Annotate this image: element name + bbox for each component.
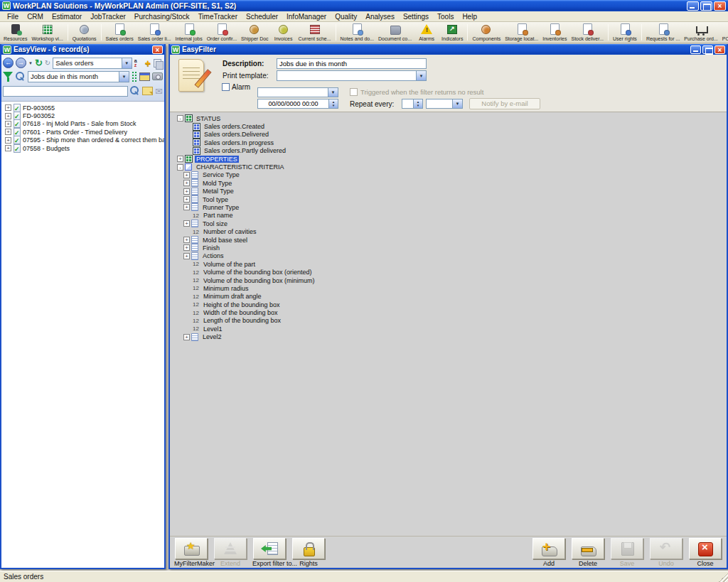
quick-search-icon[interactable]	[130, 86, 140, 96]
easyfilter-titlebar[interactable]: W EasyFilter ×	[170, 44, 727, 55]
criteria-row-volume-of-the-bounding-box-oriented[interactable]: 12Volume of the bounding box (oriented)	[176, 268, 727, 276]
spinner-icon[interactable]: ▲▼	[328, 99, 338, 108]
expand-plus-icon[interactable]: +	[177, 156, 183, 162]
quotations-button[interactable]: Quotations	[70, 23, 99, 42]
criteria-row-sales-orders-created[interactable]: Sales orders.Created	[176, 122, 727, 130]
expand-plus-icon[interactable]: +	[183, 204, 190, 210]
filter-combo[interactable]: Jobs due in this month ▼	[28, 71, 129, 82]
record-row-07618-inj-mold-parts[interactable]: +07618 - Inj Mold Parts - Sale from Stoc…	[1, 120, 164, 128]
purchase-ord-button[interactable]: Purchase ord...	[682, 23, 719, 42]
spinner-icon[interactable]: ▲▼	[413, 99, 422, 108]
criteria-row-width-of-the-bounding-box[interactable]: 12Width of the bounding box	[176, 308, 727, 316]
restore-icon[interactable]	[700, 1, 712, 11]
alarm-checkbox[interactable]	[222, 83, 230, 91]
user-rights-button[interactable]: User rights	[611, 23, 639, 42]
filter-funnel-icon[interactable]	[3, 71, 14, 82]
add-button[interactable]: Add	[532, 538, 566, 568]
expand-plus-icon[interactable]: +	[5, 121, 11, 127]
copy-icon[interactable]	[153, 58, 163, 68]
notes-and-do-button[interactable]: Notes and do...	[338, 23, 376, 42]
rights-button[interactable]: Rights	[291, 538, 326, 568]
criteria-row-volume-of-the-bounding-box-minimum[interactable]: 12Volume of the bounding box (minimum)	[176, 276, 727, 284]
expand-plus-icon[interactable]: +	[183, 334, 190, 340]
back-icon[interactable]: ←	[3, 58, 14, 68]
criteria-row-minimum-radius[interactable]: 12Minimum radius	[176, 284, 727, 292]
criteria-row-metal-type[interactable]: +Metal Type	[176, 188, 727, 195]
menu-quality[interactable]: Quality	[331, 11, 361, 21]
criteria-row-finish[interactable]: +Finish	[176, 244, 727, 252]
criteria-row-characteristic-criteria[interactable]: -CHARACTERISTIC CRITERIA	[176, 163, 727, 171]
record-row-fd-903055[interactable]: +FD-903055	[1, 104, 164, 112]
invoices-button[interactable]: Invoices	[271, 23, 296, 42]
myfiltermaker-button[interactable]: MyFilterMaker	[174, 538, 208, 568]
refresh-icon[interactable]: ↻	[35, 58, 43, 68]
export-filter-to-button[interactable]: Export filter to...	[252, 538, 287, 568]
record-row-fd-903052[interactable]: +FD-903052	[1, 112, 164, 119]
notes-icon[interactable]	[142, 87, 153, 95]
resources-button[interactable]: Resources	[1, 23, 29, 42]
menu-help[interactable]: Help	[458, 11, 481, 21]
alarm-schedule-select[interactable]: ▼	[257, 87, 338, 97]
expand-plus-icon[interactable]: +	[183, 244, 190, 251]
criteria-row-mold-base-steel[interactable]: +Mold base steel	[176, 236, 727, 244]
menu-timetracker[interactable]: TimeTracker	[194, 11, 242, 21]
inventories-button[interactable]: Inventories	[540, 23, 569, 42]
alarms-button[interactable]: Alarms	[414, 23, 439, 42]
rights-button-face[interactable]	[292, 538, 325, 559]
repeat-value-spinner[interactable]: ▲▼	[402, 99, 423, 109]
shipper-doc-button[interactable]: Shipper Doc	[239, 23, 271, 42]
expand-plus-icon[interactable]: +	[183, 188, 190, 195]
menu-infomanager[interactable]: InfoManager	[282, 11, 331, 21]
current-sche-button[interactable]: Current sche...	[296, 23, 333, 42]
workshop-vi-button[interactable]: Workshop vi...	[29, 23, 65, 42]
expand-plus-icon[interactable]: +	[5, 145, 11, 151]
sync-icon[interactable]: ↻	[45, 59, 50, 67]
criteria-row-length-of-the-bounding-box[interactable]: 12Length of the bounding box	[176, 317, 727, 325]
record-row-07558-budgets[interactable]: +07558 - Budgets	[1, 144, 164, 152]
delete-button[interactable]: Delete	[571, 538, 605, 568]
resize-grip[interactable]	[719, 573, 728, 582]
collapse-minus-icon[interactable]: -	[177, 115, 183, 122]
expand-plus-icon[interactable]: +	[183, 237, 190, 243]
components-button[interactable]: Components	[470, 23, 503, 42]
order-confir-button[interactable]: Order confir...	[205, 23, 239, 42]
add-button-face[interactable]	[532, 538, 565, 559]
menu-estimator[interactable]: Estimator	[48, 11, 86, 21]
sales-order-li-button[interactable]: Sales order li...	[136, 23, 173, 42]
criteria-row-tool-type[interactable]: +Tool type	[176, 195, 727, 203]
expand-plus-icon[interactable]: +	[183, 180, 190, 186]
menu-crm[interactable]: CRM	[23, 11, 48, 21]
menu-tools[interactable]: Tools	[433, 11, 458, 21]
indicators-button[interactable]: Indicators	[439, 23, 465, 42]
requests-for-button[interactable]: Requests for ...	[644, 23, 682, 42]
internal-jobs-button[interactable]: Internal jobs	[173, 23, 205, 42]
search-icon[interactable]	[16, 72, 26, 82]
stock-deliver-button[interactable]: Stock deliver...	[569, 23, 606, 42]
expand-plus-icon[interactable]: +	[5, 104, 11, 111]
criteria-row-minimum-draft-angle[interactable]: 12Minimum draft angle	[176, 293, 727, 301]
criteria-row-part-name[interactable]: 12Part name	[176, 212, 727, 220]
criteria-row-sales-orders-delivered[interactable]: Sales orders.Delivered	[176, 131, 727, 139]
criteria-row-level2[interactable]: +Level2	[176, 333, 727, 341]
easyfilter-minimize-icon[interactable]	[690, 45, 701, 54]
criteria-row-volume-of-the-part[interactable]: 12Volume of the part	[176, 260, 727, 268]
criteria-row-number-of-cavities[interactable]: 12Number of cavities	[176, 227, 727, 235]
record-row-07601-parts-order-ti[interactable]: +07601 - Parts Order - Timed Delivery	[1, 128, 164, 136]
quick-search-input[interactable]	[3, 86, 128, 97]
criteria-row-mold-type[interactable]: +Mold Type	[176, 179, 727, 187]
criteria-row-runner-type[interactable]: +Runner Type	[176, 203, 727, 211]
dropdown-caret-icon[interactable]: ▼	[28, 61, 33, 65]
close-button[interactable]: Close	[688, 538, 722, 568]
menu-settings[interactable]: Settings	[399, 11, 433, 21]
collapse-minus-icon[interactable]: -	[177, 164, 183, 171]
print-icon[interactable]	[152, 72, 163, 80]
view-combo[interactable]: Sales orders ▼	[53, 58, 132, 69]
record-row-07595-ship-more-than[interactable]: +07595 - Ship more than ordered & correc…	[1, 136, 164, 144]
easyfilter-maximize-icon[interactable]	[702, 45, 713, 54]
expand-plus-icon[interactable]: +	[5, 113, 11, 119]
easyfilter-close-icon[interactable]: ×	[714, 45, 725, 54]
criteria-row-properties[interactable]: +PROPERTIES	[176, 155, 727, 163]
storage-locat-button[interactable]: Storage locat...	[503, 23, 540, 42]
expand-plus-icon[interactable]: +	[183, 196, 190, 203]
expand-plus-icon[interactable]: +	[5, 129, 11, 135]
